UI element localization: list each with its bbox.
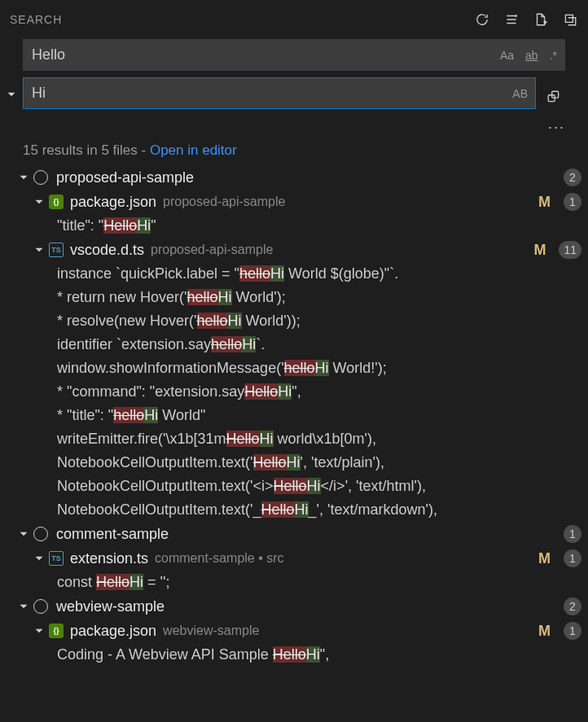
- match-row[interactable]: * return new Hover('helloHi World');: [7, 286, 581, 309]
- match-row[interactable]: identifier `extension.sayhelloHi`.: [7, 333, 581, 357]
- match-text: Coding - A Webview API Sample HelloHi",: [57, 646, 329, 663]
- file-path: proposed-api-sample: [163, 195, 285, 209]
- count-badge: 1: [564, 549, 581, 567]
- file-name: package.json: [70, 194, 156, 211]
- folder-row[interactable]: proposed-api-sample2: [7, 165, 581, 190]
- folder-name: webview-sample: [56, 598, 165, 615]
- file-row[interactable]: {}package.jsonproposed-api-sampleM1: [7, 190, 581, 214]
- modified-indicator: M: [533, 242, 546, 259]
- ts-file-icon: TS: [49, 551, 64, 566]
- match-text: NotebookCellOutputItem.text('HelloHi', '…: [57, 454, 384, 471]
- whole-word-icon[interactable]: ab: [522, 47, 542, 63]
- search-input[interactable]: [23, 39, 565, 71]
- match-row[interactable]: window.showInformationMessage('helloHi W…: [7, 357, 581, 380]
- modified-indicator: M: [538, 550, 551, 567]
- chevron-down-icon[interactable]: [31, 242, 47, 258]
- match-row[interactable]: * "command": "extension.sayHelloHi",: [7, 380, 581, 404]
- match-text: * "command": "extension.sayHelloHi",: [57, 383, 301, 400]
- file-name: extension.ts: [70, 550, 148, 567]
- match-text: const HelloHi = '';: [57, 574, 169, 591]
- new-file-icon[interactable]: [533, 11, 549, 28]
- file-row[interactable]: {}package.jsonwebview-sampleM1: [7, 619, 581, 643]
- match-row[interactable]: const HelloHi = '';: [7, 571, 581, 594]
- header-actions: [474, 11, 578, 28]
- folder-icon: [33, 527, 48, 541]
- modified-indicator: M: [538, 194, 551, 211]
- refresh-icon[interactable]: [474, 11, 490, 28]
- results-tree: proposed-api-sample2{}package.jsonpropos…: [0, 165, 588, 667]
- count-badge: 1: [564, 193, 581, 211]
- match-row[interactable]: * "title": "helloHi World": [7, 404, 581, 427]
- open-in-editor-link[interactable]: Open in editor: [150, 142, 237, 158]
- file-name: package.json: [70, 623, 156, 640]
- count-badge: 1: [564, 622, 581, 640]
- count-badge: 11: [559, 241, 581, 259]
- json-file-icon: {}: [49, 624, 64, 638]
- match-row[interactable]: writeEmitter.fire('\x1b[31mHelloHi world…: [7, 427, 581, 451]
- chevron-down-icon[interactable]: [31, 550, 47, 567]
- match-text: writeEmitter.fire('\x1b[31mHelloHi world…: [57, 431, 376, 448]
- replace-input[interactable]: [23, 77, 536, 109]
- svg-rect-0: [565, 15, 573, 22]
- file-name: vscode.d.ts: [70, 242, 144, 259]
- count-badge: 2: [564, 597, 581, 615]
- case-sensitive-icon[interactable]: Aa: [497, 47, 517, 63]
- replace-all-button[interactable]: [542, 85, 565, 108]
- folder-row[interactable]: comment-sample1: [7, 522, 581, 546]
- collapse-all-icon[interactable]: [562, 11, 578, 28]
- match-text: instance `quickPick.label = "helloHi Wor…: [57, 265, 398, 282]
- match-row[interactable]: NotebookCellOutputItem.text('<i>HelloHi<…: [7, 475, 581, 498]
- match-text: NotebookCellOutputItem.text('_HelloHi_',…: [57, 501, 437, 519]
- folder-icon: [33, 599, 48, 614]
- modified-indicator: M: [538, 623, 551, 640]
- match-row[interactable]: Coding - A Webview API Sample HelloHi",: [7, 643, 581, 667]
- match-text: identifier `extension.sayhelloHi`.: [57, 336, 265, 353]
- regex-icon[interactable]: .*: [546, 47, 560, 63]
- chevron-down-icon[interactable]: [15, 526, 32, 542]
- folder-name: comment-sample: [56, 526, 169, 543]
- match-row[interactable]: * resolve(new Hover('helloHi World'));: [7, 309, 581, 333]
- ts-file-icon: TS: [49, 243, 64, 257]
- match-row[interactable]: NotebookCellOutputItem.text('_HelloHi_',…: [7, 498, 581, 522]
- folder-icon: [33, 170, 48, 185]
- results-count-text: 15 results in 5 files -: [23, 142, 150, 158]
- file-path: webview-sample: [163, 624, 259, 638]
- match-text: * "title": "helloHi World": [57, 407, 205, 424]
- count-badge: 2: [564, 168, 581, 186]
- match-row[interactable]: instance `quickPick.label = "helloHi Wor…: [7, 262, 581, 286]
- folder-row[interactable]: webview-sample2: [7, 594, 581, 619]
- file-row[interactable]: TSvscode.d.tsproposed-api-sampleM11: [7, 238, 581, 262]
- match-text: window.showInformationMessage('helloHi W…: [57, 360, 387, 377]
- chevron-down-icon[interactable]: [15, 169, 32, 186]
- panel-title: SEARCH: [10, 13, 62, 26]
- match-text: * resolve(new Hover('helloHi World'));: [57, 313, 301, 330]
- chevron-down-icon[interactable]: [31, 623, 47, 639]
- match-text: * return new Hover('helloHi World');: [57, 289, 286, 306]
- expand-replace-toggle[interactable]: [3, 86, 20, 103]
- match-text: NotebookCellOutputItem.text('<i>HelloHi<…: [57, 478, 426, 495]
- more-options-button[interactable]: ···: [548, 119, 565, 136]
- file-path: proposed-api-sample: [151, 243, 273, 257]
- file-row[interactable]: TSextension.tscomment-sample • srcM1: [7, 546, 581, 571]
- match-row[interactable]: "title": "HelloHi": [7, 214, 581, 238]
- chevron-down-icon[interactable]: [15, 598, 32, 615]
- clear-icon[interactable]: [503, 11, 520, 28]
- folder-name: proposed-api-sample: [56, 169, 194, 186]
- count-badge: 1: [564, 525, 581, 543]
- match-row[interactable]: NotebookCellOutputItem.text('HelloHi', '…: [7, 451, 581, 475]
- match-text: "title": "HelloHi": [57, 217, 156, 234]
- preserve-case-icon[interactable]: AB: [509, 85, 531, 102]
- json-file-icon: {}: [49, 195, 64, 209]
- chevron-down-icon[interactable]: [31, 194, 47, 210]
- file-path: comment-sample • src: [155, 551, 284, 566]
